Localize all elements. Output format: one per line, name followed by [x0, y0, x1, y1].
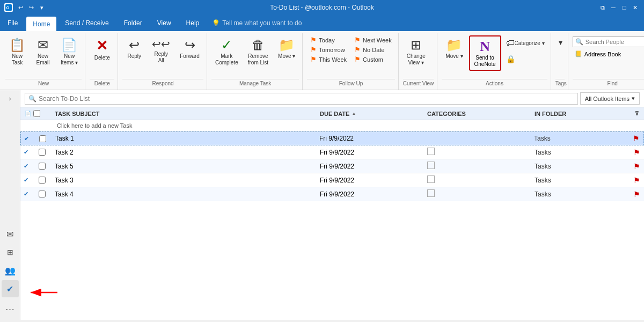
move-icon: 📁 [279, 38, 295, 52]
task-due-2: Fri 9/9/2022 [318, 149, 425, 156]
minimize-button[interactable]: ─ [609, 3, 618, 12]
task-flag-1[interactable]: ⚑ [628, 134, 643, 143]
task-checkbox-2[interactable] [31, 149, 53, 156]
table-row[interactable]: ✔ Task 1 Fri 9/9/2022 Tasks ⚑ [20, 131, 644, 145]
undo-button[interactable]: ↩ [16, 3, 25, 12]
main-content: 🔍 All Outlook Items ▾ 📄 TASK SUBJECT DUE… [20, 90, 644, 320]
nav-tasks[interactable]: ✔ [2, 280, 19, 297]
task-flag-2[interactable]: ⚑ [629, 148, 644, 157]
flag-icon-custom: ⚑ [354, 55, 361, 63]
flag-icon-this-week: ⚑ [310, 55, 317, 63]
window-controls: ⧉ ─ □ ✕ [598, 3, 640, 12]
reply-icon: ↩ [129, 38, 140, 52]
ribbon: 📋 NewTask ✉ NewEmail 📄 NewItems ▾ New ✕ … [0, 31, 644, 90]
add-task-row[interactable]: Click here to add a new Task [20, 120, 644, 131]
select-all-checkbox[interactable] [33, 110, 40, 117]
restore-button[interactable]: ⧉ [598, 3, 608, 12]
search-people-box[interactable]: 🔍 [573, 36, 644, 47]
task-search-input[interactable] [39, 95, 574, 103]
table-row[interactable]: ✔ Task 3 Fri 9/9/2022 Tasks ⚑ [20, 173, 644, 187]
today-flag[interactable]: ⚑ Today [307, 35, 350, 45]
header-in-folder[interactable]: IN FOLDER [532, 111, 629, 117]
remove-icon: 🗑 [252, 38, 265, 52]
title-bar-left: O ↩ ↪ ▾ [4, 3, 46, 12]
task-checkbox-5[interactable] [31, 191, 53, 197]
header-categories[interactable]: CATEGORIES [425, 111, 532, 117]
no-date-flag[interactable]: ⚑ No Date [351, 45, 395, 54]
header-due-date[interactable]: DUE DATE ▲ [318, 111, 425, 117]
reply-all-button[interactable]: ↩↩ ReplyAll [148, 35, 174, 67]
change-view-button[interactable]: ⊞ ChangeView ▾ [403, 35, 429, 69]
next-week-flag[interactable]: ⚑ Next Week [351, 35, 395, 45]
change-view-icon: ⊞ [411, 38, 421, 52]
task-flag-4[interactable]: ⚑ [629, 176, 644, 185]
menu-send-receive[interactable]: Send / Receive [57, 15, 116, 31]
nav-people[interactable]: 👥 [2, 262, 19, 279]
flag-icon-no-date: ⚑ [354, 46, 361, 54]
tell-me-bar[interactable]: 💡 [207, 15, 313, 31]
delete-button[interactable]: ✕ Delete [90, 35, 114, 64]
mark-complete-button[interactable]: ✓ MarkComplete [211, 35, 242, 69]
task-status-1: ✔ [21, 135, 32, 142]
search-wrapper: 🔍 [25, 93, 578, 105]
task-list-header: 📄 TASK SUBJECT DUE DATE ▲ CATEGORIES IN … [20, 107, 644, 120]
table-row[interactable]: ✔ Task 2 Fri 9/9/2022 Tasks ⚑ [20, 145, 644, 159]
delete-icon: ✕ [96, 38, 108, 54]
header-subject[interactable]: TASK SUBJECT [53, 111, 318, 117]
search-people-input[interactable] [586, 39, 644, 45]
task-checkbox-3[interactable] [31, 163, 53, 170]
task-folder-5: Tasks [532, 191, 629, 198]
manage-task-group-label: Manage Task [211, 79, 299, 87]
table-row[interactable]: ✔ Task 5 Fri 9/9/2022 Tasks ⚑ [20, 159, 644, 173]
nav-expand-button[interactable]: › [4, 92, 17, 105]
forward-button[interactable]: ↪ Forward [176, 35, 203, 62]
task-subject-1: Task 1 [53, 135, 317, 142]
redo-button[interactable]: ↪ [27, 3, 35, 12]
tomorrow-flag[interactable]: ⚑ Tomorrow [307, 45, 350, 54]
new-task-button[interactable]: 📋 NewTask [5, 35, 29, 69]
search-scope-dropdown[interactable]: All Outlook Items ▾ [580, 92, 640, 105]
ribbon-group-find: 🔍 📒 Address Book Find [569, 33, 644, 90]
task-flag-5[interactable]: ⚑ [629, 190, 644, 199]
subject-column-label: TASK SUBJECT [55, 111, 100, 117]
task-cat-5 [425, 189, 532, 199]
menu-home[interactable]: Home [26, 17, 56, 31]
tell-me-input[interactable] [222, 19, 308, 27]
ribbon-group-delete-content: ✕ Delete [90, 33, 114, 79]
move-task-button[interactable]: 📁 Move ▾ [274, 35, 299, 62]
actions-group-label: Actions [442, 79, 547, 87]
ribbon-group-respond-content: ↩ Reply ↩↩ ReplyAll ↪ Forward [122, 33, 203, 79]
menu-help[interactable]: Help [179, 15, 207, 31]
move-actions-button[interactable]: 📁 Move ▾ [442, 35, 466, 62]
close-button[interactable]: ✕ [630, 3, 640, 12]
task-checkbox-1[interactable] [32, 135, 53, 142]
task-flag-3[interactable]: ⚑ [629, 162, 644, 171]
new-items-button[interactable]: 📄 NewItems ▾ [57, 35, 82, 69]
categorize-button[interactable]: 🏷 Categorize ▾ [503, 35, 547, 52]
table-row[interactable]: ✔ Task 4 Fri 9/9/2022 Tasks ⚑ [20, 187, 644, 201]
task-status-2: ✔ [20, 149, 31, 156]
ribbon-group-new: 📋 NewTask ✉ NewEmail 📄 NewItems ▾ New [2, 33, 85, 90]
menu-file[interactable]: File [0, 15, 25, 31]
task-folder-1: Tasks [532, 135, 628, 142]
nav-more[interactable]: … [2, 298, 19, 316]
nav-mail[interactable]: ✉ [2, 225, 19, 243]
custom-flag[interactable]: ⚑ Custom [351, 55, 395, 64]
filter-icon[interactable]: ⊽ [635, 111, 639, 116]
lock-tag-button[interactable]: 🔒 [503, 53, 547, 67]
tags-expand-button[interactable]: ▾ [555, 35, 566, 50]
reply-button[interactable]: ↩ Reply [122, 35, 146, 62]
remove-from-list-button[interactable]: 🗑 Removefrom List [244, 35, 272, 69]
header-check: 📄 [20, 110, 53, 117]
nav-calendar[interactable]: ⊞ [2, 244, 19, 261]
customize-quick-access[interactable]: ▾ [38, 3, 46, 12]
task-checkbox-4[interactable] [31, 177, 53, 184]
add-task-label: Click here to add a new Task [57, 122, 132, 129]
maximize-button[interactable]: □ [619, 3, 629, 12]
address-book-button[interactable]: 📒 Address Book [573, 49, 644, 58]
menu-view[interactable]: View [150, 15, 179, 31]
new-email-button[interactable]: ✉ NewEmail [31, 35, 55, 69]
send-to-onenote-button[interactable]: N Send toOneNote [469, 35, 501, 71]
this-week-flag[interactable]: ⚑ This Week [307, 55, 350, 64]
menu-folder[interactable]: Folder [116, 15, 150, 31]
